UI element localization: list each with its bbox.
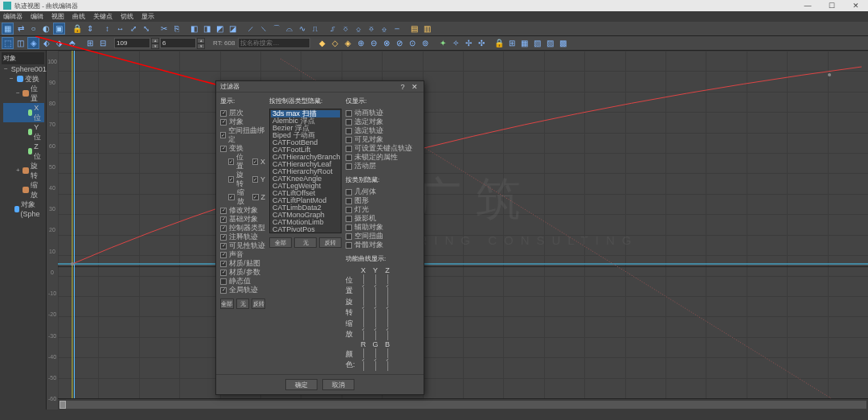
menu-item[interactable]: 关键点 xyxy=(93,12,113,21)
tangent-icon[interactable]: ⟍ xyxy=(257,23,269,35)
tool-button[interactable]: ◧ xyxy=(188,23,200,35)
tool-button[interactable]: ⊗ xyxy=(380,37,392,49)
checkbox-row[interactable]: 未锁定的属性 xyxy=(346,153,420,162)
checkbox-row[interactable]: 可见对象 xyxy=(346,135,420,144)
spinner-control[interactable]: ▴▾ xyxy=(197,38,205,48)
invert-button[interactable]: 反转 xyxy=(252,299,265,309)
key-icon[interactable]: ◇ xyxy=(329,37,341,49)
hierarchy-tree[interactable]: −Sphere001−变换−位置X 位Y 位Z 位+旋转缩放对象 (Sphe xyxy=(2,64,44,219)
tangent-icon[interactable]: ⟋ xyxy=(244,23,256,35)
checkbox-row[interactable]: 图形 xyxy=(346,196,420,205)
tool-button[interactable]: ✂ xyxy=(158,23,170,35)
plot-area[interactable] xyxy=(58,51,868,398)
mode-button[interactable]: ⬚ xyxy=(2,37,14,49)
tree-node[interactable]: −位置 xyxy=(3,84,44,103)
cancel-button[interactable]: 取消 xyxy=(322,379,354,390)
tree-node[interactable]: 缩放 xyxy=(3,180,44,200)
tree-node[interactable]: +旋转 xyxy=(3,161,44,180)
menu-item[interactable]: 编辑器 xyxy=(3,12,23,21)
tree-node[interactable]: X 位 xyxy=(3,103,44,122)
tool-button[interactable]: ⤢ xyxy=(127,23,139,35)
spinner-input[interactable] xyxy=(114,38,150,48)
checkbox-row[interactable]: 空间扭曲绑定 xyxy=(220,126,265,144)
key-icon[interactable]: ◆ xyxy=(316,37,328,49)
checkbox-row[interactable]: 声音 xyxy=(220,250,265,259)
tool-button[interactable]: ▣ xyxy=(53,23,65,35)
maximize-button[interactable]: ☐ xyxy=(820,0,844,11)
tool-button[interactable]: ◪ xyxy=(227,23,239,35)
tangent-icon[interactable]: ⌓ xyxy=(283,23,295,35)
checkbox-row[interactable]: 注释轨迹 xyxy=(220,233,265,241)
all-button[interactable]: 全部 xyxy=(220,299,234,309)
curve-icon[interactable]: ⎑ xyxy=(365,23,377,35)
menu-item[interactable]: 视图 xyxy=(51,12,64,21)
checkbox-row[interactable]: 全局轨迹 xyxy=(220,286,265,294)
mode-button[interactable]: ◫ xyxy=(14,37,27,49)
dialog-titlebar[interactable]: 过滤器 ? ✕ xyxy=(216,81,424,93)
tool-button[interactable]: ⊟ xyxy=(96,37,108,49)
tangent-icon[interactable]: ∿ xyxy=(296,23,308,35)
checkbox-row[interactable]: 活动层 xyxy=(346,162,420,171)
tool-button[interactable]: ↔ xyxy=(114,23,126,35)
spinner-input[interactable] xyxy=(160,38,196,48)
menu-item[interactable]: 显示 xyxy=(141,12,154,21)
menu-item[interactable]: 切线 xyxy=(121,12,133,21)
checkbox-row[interactable]: 灯光 xyxy=(346,205,420,214)
checkbox-row[interactable]: 选定对象 xyxy=(346,117,420,126)
lock-icon[interactable]: 🔒 xyxy=(493,37,505,49)
checkbox-row[interactable]: 可设置关键点轨迹 xyxy=(346,144,420,153)
checkbox-row[interactable]: 控制器类型 xyxy=(220,224,265,233)
tool-button[interactable]: ✣ xyxy=(475,37,487,49)
curve-graph[interactable]: 1009080706050403020100-10-20-30-40-50-60 xyxy=(47,51,868,410)
invert-button[interactable]: 反转 xyxy=(319,237,342,248)
tool-button[interactable]: ⊚ xyxy=(419,37,431,49)
lock-icon[interactable]: 🔒 xyxy=(71,23,83,35)
checkbox-row[interactable]: 几何体 xyxy=(346,187,420,196)
tool-button[interactable]: ⊞ xyxy=(506,37,518,49)
mode-button[interactable]: ⬘ xyxy=(66,37,78,49)
tool-button[interactable]: ⤡ xyxy=(140,23,152,35)
minimize-button[interactable]: — xyxy=(796,0,820,11)
tool-button[interactable]: ✦ xyxy=(436,37,448,49)
help-button[interactable]: ? xyxy=(398,82,407,92)
tool-button[interactable]: ⇄ xyxy=(14,23,27,35)
checkbox-row[interactable]: 可见性轨迹 xyxy=(220,241,265,250)
all-button[interactable]: 全部 xyxy=(269,237,292,248)
checkbox-row[interactable]: 辅助对象 xyxy=(346,223,420,232)
checkbox-row[interactable]: 动画轨迹 xyxy=(346,109,420,117)
checkbox-row[interactable]: 静态值 xyxy=(220,277,265,286)
tangent-icon[interactable]: ⎍ xyxy=(309,23,321,35)
tool-button[interactable]: ▥ xyxy=(421,23,433,35)
tree-node[interactable]: −Sphere001 xyxy=(3,64,44,74)
tangent-icon[interactable]: ⌒ xyxy=(270,23,282,35)
dialog-close-button[interactable]: ✕ xyxy=(410,82,420,92)
tree-node[interactable]: −变换 xyxy=(3,74,44,84)
mode-button[interactable]: ◈ xyxy=(27,37,39,49)
tool-button[interactable]: ◩ xyxy=(214,23,226,35)
checkbox-row[interactable]: 旋转 Y xyxy=(220,171,265,188)
curve-icon[interactable]: ⎒ xyxy=(378,23,390,35)
tool-button[interactable]: ◐ xyxy=(40,23,52,35)
tool-button[interactable]: ↕ xyxy=(101,23,113,35)
tool-button[interactable]: ▩ xyxy=(557,37,569,49)
tool-button[interactable]: ▦ xyxy=(518,37,530,49)
checkbox-row[interactable]: 缩放 Z xyxy=(220,188,265,206)
tool-button[interactable]: ⎘ xyxy=(170,23,182,35)
curve-icon[interactable]: ⎓ xyxy=(391,23,403,35)
tool-button[interactable]: ⊘ xyxy=(393,37,405,49)
mode-button[interactable]: ⬖ xyxy=(40,37,52,49)
tool-button[interactable]: ✧ xyxy=(449,37,461,49)
checkbox-row[interactable]: 空间扭曲 xyxy=(346,232,420,241)
tool-button[interactable]: ⊞ xyxy=(84,37,96,49)
curve-icon[interactable]: ⎎ xyxy=(326,23,338,35)
tool-button[interactable]: ⊖ xyxy=(367,37,379,49)
tool-button[interactable]: ○ xyxy=(27,23,39,35)
timeline-track[interactable] xyxy=(59,401,866,409)
menu-item[interactable]: 编辑 xyxy=(31,12,43,21)
menu-item[interactable]: 曲线 xyxy=(72,12,85,21)
spinner-control[interactable]: ▴▾ xyxy=(151,38,159,48)
checkbox-row[interactable]: 材质/贴图 xyxy=(220,259,265,268)
tool-button[interactable]: ◨ xyxy=(201,23,213,35)
checkbox-row[interactable]: 位置 X xyxy=(220,153,265,171)
checkbox-row[interactable]: 变换 xyxy=(220,144,265,153)
